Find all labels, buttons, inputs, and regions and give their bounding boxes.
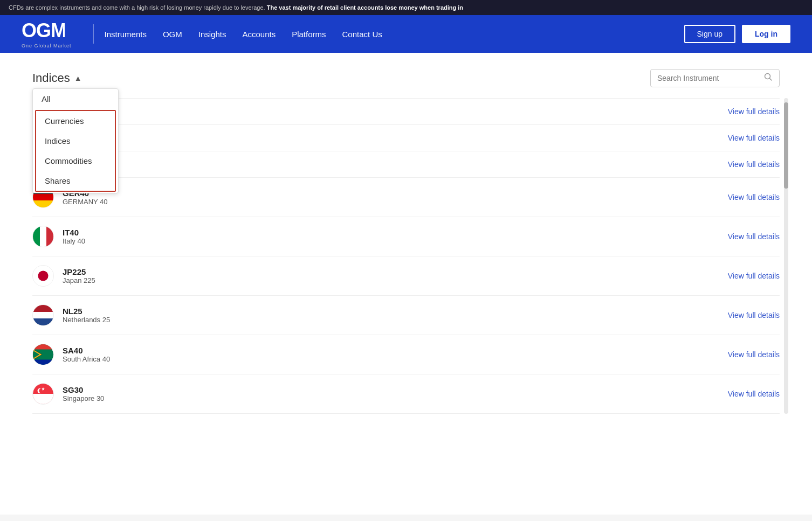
- svg-text:OGM: OGM: [22, 20, 65, 40]
- category-title-text: Indices: [32, 71, 70, 85]
- flag-italy: [32, 226, 54, 247]
- instrument-code: SA40: [63, 346, 110, 355]
- signup-button[interactable]: Sign up: [684, 25, 735, 43]
- warning-banner: CFDs are complex instruments and come wi…: [0, 0, 812, 15]
- instrument-left: JP225 Japan 225: [32, 265, 95, 287]
- view-details-link[interactable]: View full details: [728, 350, 780, 359]
- view-details-link[interactable]: View full details: [728, 311, 780, 319]
- table-row: SA40 South Africa 40 View full details: [32, 335, 780, 374]
- instrument-name: GERMANY 40: [63, 198, 108, 206]
- instrument-info-sa40: SA40 South Africa 40: [63, 346, 110, 363]
- category-dropdown: All Currencies Indices Commodities Share…: [32, 88, 119, 193]
- table-row: JP225 Japan 225 View full details: [32, 256, 780, 296]
- instrument-name: Singapore 30: [63, 394, 104, 402]
- instrument-left: NL25 Netherlands 25: [32, 304, 110, 326]
- flag-netherlands: [32, 304, 54, 326]
- flag-south-africa: [32, 344, 54, 365]
- nav-platforms[interactable]: Platforms: [292, 30, 326, 39]
- dropdown-item-commodities[interactable]: Commodities: [36, 151, 115, 171]
- svg-rect-9: [33, 360, 53, 365]
- instrument-code: JP225: [63, 267, 95, 276]
- view-details-link[interactable]: View full details: [728, 232, 780, 241]
- instrument-name: Netherlands 25: [63, 316, 110, 324]
- table-row: IT40 Italy 40 View full details: [32, 217, 780, 256]
- nav-insights[interactable]: Insights: [198, 30, 226, 39]
- dropdown-item-currencies[interactable]: Currencies: [36, 111, 115, 131]
- view-details-link[interactable]: View full details: [728, 107, 780, 116]
- login-button[interactable]: Log in: [742, 25, 790, 43]
- nav-contact[interactable]: Contact Us: [342, 30, 382, 39]
- instrument-code: IT40: [63, 228, 85, 237]
- table-row: NL25 Netherlands 25 View full details: [32, 296, 780, 335]
- svg-rect-8: [33, 344, 53, 350]
- view-details-link[interactable]: View full details: [728, 390, 780, 398]
- top-row: Indices ▲ All Currencies Indices Commodi…: [32, 69, 780, 87]
- logo-text: OGM: [22, 23, 65, 45]
- category-title-button[interactable]: Indices ▲: [32, 71, 82, 85]
- view-details-link[interactable]: View full details: [728, 160, 780, 169]
- instrument-info-it40: IT40 Italy 40: [63, 228, 85, 245]
- svg-rect-13: [33, 394, 53, 404]
- view-details-link[interactable]: View full details: [728, 272, 780, 280]
- nav-ogm[interactable]: OGM: [163, 30, 182, 39]
- instrument-name: Italy 40: [63, 237, 85, 245]
- instrument-name: Japan 225: [63, 276, 95, 284]
- table-row: View full details: [32, 125, 780, 151]
- flag-singapore: [32, 383, 54, 405]
- main-content: Indices ▲ All Currencies Indices Commodi…: [0, 53, 812, 515]
- svg-line-2: [770, 79, 772, 81]
- warning-bold-text: The vast majority of retail client accou…: [267, 4, 463, 11]
- view-details-link[interactable]: View full details: [728, 193, 780, 202]
- header-divider: [93, 24, 94, 44]
- instrument-list: View full details View full details View…: [32, 98, 780, 414]
- view-details-link[interactable]: View full details: [728, 134, 780, 142]
- header-actions: Sign up Log in: [684, 25, 790, 43]
- dropdown-item-all[interactable]: All: [33, 89, 118, 109]
- instrument-name: South Africa 40: [63, 355, 110, 363]
- dropdown-item-indices[interactable]: Indices: [36, 131, 115, 151]
- instrument-code: NL25: [63, 307, 110, 316]
- flag-japan: [32, 265, 54, 287]
- nav-instruments[interactable]: Instruments: [105, 30, 147, 39]
- dropdown-item-shares[interactable]: Shares: [36, 171, 115, 191]
- warning-text: CFDs are complex instruments and come wi…: [9, 4, 265, 11]
- table-row: GER40 GERMANY 40 View full details: [32, 178, 780, 217]
- table-row: View full details: [32, 151, 780, 178]
- logo[interactable]: OGM One Global Market: [22, 20, 72, 48]
- instrument-info-jp225: JP225 Japan 225: [63, 267, 95, 284]
- instrument-left: SG30 Singapore 30: [32, 383, 104, 405]
- svg-point-4: [38, 271, 49, 281]
- instrument-info-sg30: SG30 Singapore 30: [63, 385, 104, 402]
- instrument-left: IT40 Italy 40: [32, 226, 85, 247]
- search-box: [650, 69, 780, 87]
- scrollbar-track[interactable]: [784, 98, 788, 414]
- search-icon: [764, 73, 773, 84]
- instrument-code: SG30: [63, 385, 104, 394]
- instrument-info-nl25: NL25 Netherlands 25: [63, 307, 110, 324]
- instrument-list-wrapper: View full details View full details View…: [32, 98, 780, 414]
- instrument-left: SA40 South Africa 40: [32, 344, 110, 365]
- scrollbar-thumb[interactable]: [784, 102, 788, 189]
- logo-subtitle: One Global Market: [22, 43, 72, 48]
- nav-accounts[interactable]: Accounts: [242, 30, 276, 39]
- table-row: SG30 Singapore 30 View full details: [32, 374, 780, 414]
- header: OGM One Global Market Instruments OGM In…: [0, 15, 812, 53]
- table-row: View full details: [32, 99, 780, 125]
- search-input[interactable]: [657, 74, 764, 82]
- main-nav: Instruments OGM Insights Accounts Platfo…: [105, 30, 684, 39]
- category-arrow-icon: ▲: [74, 74, 82, 82]
- logo-svg: OGM: [22, 20, 65, 40]
